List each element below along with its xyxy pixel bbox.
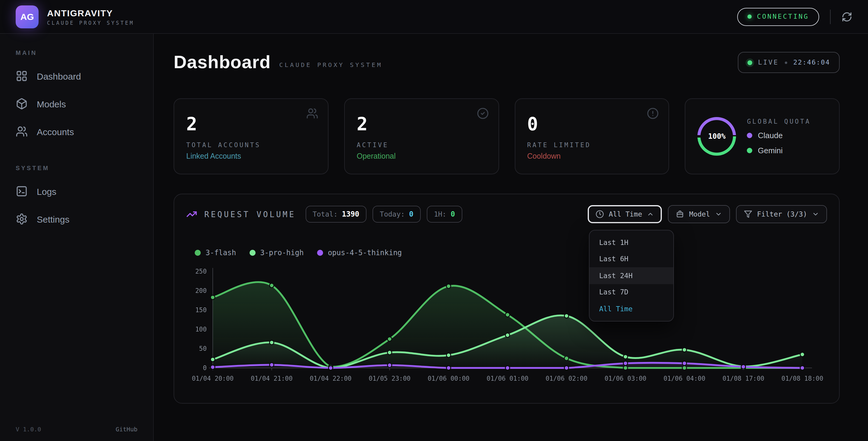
app-window: AG ANTIGRAVITY CLAUDE PROXY SYSTEM CONNE… xyxy=(0,0,868,441)
legend-item-3-pro-high[interactable]: 3-pro-high xyxy=(249,248,304,257)
top-bar: AG ANTIGRAVITY CLAUDE PROXY SYSTEM CONNE… xyxy=(0,0,868,34)
stat-sublabel: Cooldown xyxy=(527,152,657,160)
quota-label: GLOBAL QUOTA xyxy=(747,118,811,125)
svg-text:01/04 20:00: 01/04 20:00 xyxy=(192,375,234,382)
cube-icon xyxy=(16,98,28,110)
dropdown-item-last-6h[interactable]: Last 6H xyxy=(590,251,673,267)
chart-legend: 3-flash 3-pro-high opus-4-5-thinking xyxy=(186,248,827,257)
stat-label: TOTAL ACCOUNTS xyxy=(186,141,316,148)
legend-item-3-flash[interactable]: 3-flash xyxy=(195,248,236,257)
sidebar-item-dashboard[interactable]: Dashboard xyxy=(0,62,153,90)
stat-value: 2 xyxy=(357,115,487,133)
panel-title: REQUEST VOLUME xyxy=(204,210,296,219)
quota-ring: 100% xyxy=(698,117,736,156)
svg-text:01/04 21:00: 01/04 21:00 xyxy=(251,375,293,382)
svg-text:01/06 04:00: 01/06 04:00 xyxy=(664,375,706,382)
sidebar-item-settings[interactable]: Settings xyxy=(0,205,153,233)
svg-text:01/04 22:00: 01/04 22:00 xyxy=(310,375,352,382)
stat-card-global-quota: 100% GLOBAL QUOTA Claude Gemini xyxy=(685,98,840,174)
svg-text:150: 150 xyxy=(195,306,207,314)
stat-card-rate-limited: 0 RATE LIMITED Cooldown xyxy=(515,98,670,174)
alert-circle-icon xyxy=(647,108,659,119)
terminal-icon xyxy=(16,185,28,197)
refresh-icon[interactable] xyxy=(841,11,852,22)
grid-icon xyxy=(16,70,28,82)
dropdown-item-all-time[interactable]: All Time xyxy=(590,300,673,317)
svg-text:200: 200 xyxy=(195,287,207,294)
page-subtitle: CLAUDE PROXY SYSTEM xyxy=(279,62,382,68)
time-range-dropdown: Last 1H Last 6H Last 24H Last 7D All Tim… xyxy=(589,230,674,321)
app-name: ANTIGRAVITY xyxy=(47,7,134,18)
svg-text:0: 0 xyxy=(203,364,207,372)
sidebar-item-models[interactable]: Models xyxy=(0,90,153,118)
main-content: Dashboard CLAUDE PROXY SYSTEM LIVE 22:46… xyxy=(154,34,868,441)
sidebar-item-label: Dashboard xyxy=(37,71,81,81)
svg-text:250: 250 xyxy=(195,268,207,275)
stat-value: 0 xyxy=(527,115,657,133)
stat-sublabel: Operational xyxy=(357,152,487,160)
svg-text:01/05 23:00: 01/05 23:00 xyxy=(369,375,410,382)
svg-text:01/08 18:00: 01/08 18:00 xyxy=(781,375,824,382)
github-link[interactable]: GitHub xyxy=(116,426,137,433)
status-dot xyxy=(747,14,752,19)
quota-legend-claude: Claude xyxy=(747,131,811,140)
chip-today: Today: 0 xyxy=(373,206,421,223)
separator-dot xyxy=(785,61,787,64)
brand: ANTIGRAVITY CLAUDE PROXY SYSTEM xyxy=(47,7,134,26)
gear-icon xyxy=(16,213,28,225)
live-label: LIVE xyxy=(758,59,779,66)
quota-percent: 100% xyxy=(701,120,733,153)
legend-item-opus-4-5-thinking[interactable]: opus-4-5-thinking xyxy=(317,248,402,257)
svg-text:01/06 03:00: 01/06 03:00 xyxy=(604,375,647,382)
live-dot xyxy=(747,60,752,65)
connection-status-label: CONNECTING xyxy=(757,13,809,21)
sidebar-item-accounts[interactable]: Accounts xyxy=(0,118,153,145)
sidebar-item-logs[interactable]: Logs xyxy=(0,177,153,205)
stat-value: 2 xyxy=(186,115,316,133)
svg-text:100: 100 xyxy=(195,326,207,333)
chevron-down-icon xyxy=(812,210,819,218)
dropdown-item-last-24h[interactable]: Last 24H xyxy=(590,267,673,284)
svg-text:01/08 17:00: 01/08 17:00 xyxy=(722,375,764,382)
app-subtitle: CLAUDE PROXY SYSTEM xyxy=(47,20,134,26)
live-status-badge: LIVE 22:46:04 xyxy=(738,52,840,73)
time-range-button[interactable]: All Time xyxy=(588,205,662,223)
sidebar-item-label: Models xyxy=(37,99,66,109)
svg-text:50: 50 xyxy=(199,345,207,352)
nav-section-system: SYSTEM xyxy=(0,165,153,171)
trending-up-icon xyxy=(186,209,197,219)
funnel-icon xyxy=(744,210,752,218)
dropdown-item-last-1h[interactable]: Last 1H xyxy=(590,234,673,251)
live-clock: 22:46:04 xyxy=(793,59,830,66)
stat-card-active: 2 ACTIVE Operational xyxy=(344,98,499,174)
box-icon xyxy=(676,210,684,218)
stat-label: ACTIVE xyxy=(357,141,487,148)
chevron-down-icon xyxy=(715,210,722,218)
chip-total: Total: 1390 xyxy=(305,206,367,223)
page-title: Dashboard xyxy=(174,52,271,72)
stat-label: RATE LIMITED xyxy=(527,141,657,148)
svg-text:01/06 00:00: 01/06 00:00 xyxy=(428,375,470,382)
users-icon xyxy=(306,108,318,119)
model-filter-button[interactable]: Model xyxy=(668,205,730,223)
check-circle-icon xyxy=(476,108,489,119)
logo-text: AG xyxy=(21,11,34,22)
clock-icon xyxy=(595,210,604,218)
claude-dot xyxy=(747,133,752,138)
dropdown-item-last-7d[interactable]: Last 7D xyxy=(590,284,673,300)
request-volume-chart: 05010015020025001/04 20:0001/04 21:0001/… xyxy=(186,261,827,394)
stat-sublabel: Linked Accounts xyxy=(186,152,316,160)
users-icon xyxy=(16,125,28,138)
stat-card-total-accounts: 2 TOTAL ACCOUNTS Linked Accounts xyxy=(174,98,329,174)
svg-text:01/06 02:00: 01/06 02:00 xyxy=(546,375,587,382)
nav-section-main: MAIN xyxy=(0,50,153,56)
divider xyxy=(830,9,831,24)
sidebar-item-label: Settings xyxy=(37,214,69,224)
filter-button[interactable]: Filter (3/3) xyxy=(736,205,827,223)
quota-legend-gemini: Gemini xyxy=(747,146,811,155)
request-volume-panel: REQUEST VOLUME Total: 1390 Today: 0 1H: … xyxy=(174,194,840,404)
sidebar-item-label: Accounts xyxy=(37,126,74,137)
chevron-up-icon xyxy=(647,210,654,218)
chip-1h: 1H: 0 xyxy=(427,206,462,223)
version-label: V 1.0.0 xyxy=(16,426,41,433)
